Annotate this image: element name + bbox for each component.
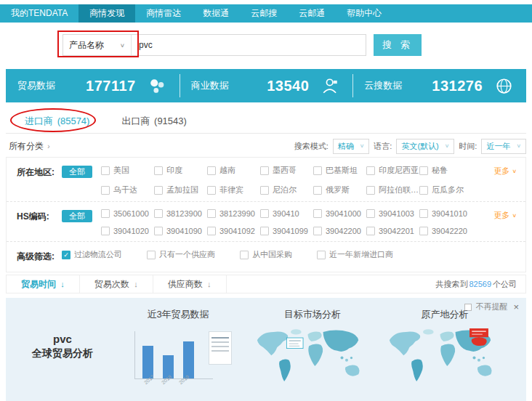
close-icon[interactable]: × [513, 301, 519, 312]
advanced-filter-label: 高级筛选: [17, 249, 62, 263]
region-checkbox[interactable]: 孟加拉国 [154, 185, 207, 195]
nav-item-business-discovery[interactable]: 商情发现 [78, 4, 135, 23]
nav-item-cloud-mail-pass[interactable]: 云邮通 [288, 4, 336, 23]
checkbox-icon [240, 251, 249, 259]
stat-label: 商业数据 [191, 79, 229, 92]
tab-importers[interactable]: 进口商 (85574) [25, 115, 89, 128]
card-target-market-analysis[interactable]: 目标市场分析 [251, 308, 374, 392]
tab-count: (91543) [154, 116, 187, 126]
checkbox-icon [260, 166, 269, 175]
region-checkbox[interactable]: 巴基斯坦 [313, 165, 366, 176]
search-mode-select[interactable]: 精确 ∨ [333, 139, 370, 154]
stat-trade-data[interactable]: 贸易数据 177117 [6, 69, 180, 102]
search-result-summary: 共搜索到82569个公司 [435, 279, 525, 290]
card-3year-trade-data[interactable]: 近3年贸易数据 201720182019 [116, 308, 240, 386]
importer-exporter-tabs: 进口商 (85574) 出口商 (91543) [6, 109, 526, 134]
stat-cloud-search-data[interactable]: 云搜数据 131276 [352, 69, 526, 102]
nav-item-data-pass[interactable]: 数据通 [192, 4, 240, 23]
search-input[interactable] [132, 40, 366, 50]
sort-trade-count[interactable]: 贸易次数 ↓ [80, 275, 153, 293]
region-checkbox[interactable]: 越南 [207, 165, 260, 176]
x-tick-label: 2019 [178, 381, 181, 385]
region-checkbox[interactable]: 菲律宾 [207, 185, 260, 195]
advanced-checkbox-new-importers[interactable]: 近一年新增进口商 [317, 249, 393, 260]
tab-label: 进口商 [25, 116, 53, 126]
stat-business-data[interactable]: 商业数据 13540 [180, 69, 353, 102]
stat-value: 177117 [86, 78, 136, 94]
hscode-more-link[interactable]: 更多 ∨ [493, 210, 517, 221]
search-button[interactable]: 搜 索 [374, 34, 422, 56]
region-checkbox[interactable]: 印度尼西亚 [366, 165, 419, 176]
target-market-map [251, 327, 374, 392]
checkbox-icon [313, 186, 322, 195]
origin-map [383, 327, 507, 392]
hscode-checkbox[interactable]: 39041092 [207, 227, 260, 235]
hscode-checkbox[interactable]: 39042200 [313, 227, 366, 235]
stat-label: 贸易数据 [17, 79, 55, 92]
hscode-checkbox[interactable]: 38123900 [154, 209, 207, 218]
hscode-checkbox[interactable]: 39042220 [419, 227, 472, 235]
region-checkbox[interactable]: 墨西哥 [260, 165, 313, 176]
region-checkbox[interactable]: 美国 [101, 165, 154, 176]
checkbox-icon [207, 166, 216, 175]
hscode-checkbox[interactable]: 390410 [260, 209, 313, 218]
checkbox-icon [419, 186, 428, 195]
hscode-checkbox[interactable]: 39041000 [313, 209, 366, 218]
advanced-checkbox-buy-from-china[interactable]: 从中国采购 [240, 249, 292, 260]
time-select[interactable]: 近一年 ∨ [481, 139, 526, 154]
region-checkbox[interactable]: 尼泊尔 [260, 185, 313, 195]
checkbox-icon [260, 186, 269, 195]
sort-down-icon: ↓ [134, 280, 138, 288]
checkbox-icon [154, 186, 163, 195]
nav-item-help-center[interactable]: 帮助中心 [336, 4, 392, 23]
sort-bar: 贸易时间 ↓ 贸易次数 ↓ 供应商数 ↓ 共搜索到82569个公司 [6, 275, 526, 293]
card-origin-analysis[interactable]: 原产地分析 [383, 308, 507, 392]
hscode-checkbox[interactable]: 39042201 [366, 227, 419, 235]
hscode-checkbox[interactable]: 39041003 [366, 209, 419, 218]
language-select[interactable]: 英文(默认) ∨ [396, 139, 454, 154]
sort-supplier-count[interactable]: 供应商数 ↓ [153, 275, 227, 293]
checkbox-icon [207, 227, 216, 235]
tab-count: (85574) [57, 116, 90, 126]
region-checkbox[interactable]: 阿拉伯联合酋... [366, 185, 419, 195]
checkbox-icon [101, 227, 110, 235]
region-checkbox[interactable]: 俄罗斯 [313, 185, 366, 195]
region-all-button[interactable]: 全部 [62, 166, 92, 178]
filter-row-region: 所在地区: 全部 美国 印度 越南 墨西哥 巴基斯坦 印度尼西亚 秘鲁 乌干达 … [7, 158, 525, 201]
hscode-all-button[interactable]: 全部 [62, 210, 92, 222]
trade-bar-chart: 201720182019 [127, 331, 229, 386]
search-category-dropdown[interactable]: 产品名称 ∨ [63, 35, 132, 55]
hscode-checkbox[interactable]: 39041090 [154, 227, 207, 235]
hscode-checkbox[interactable]: 39041010 [419, 209, 472, 218]
bar-chart-xlabels: 201720182019 [143, 381, 229, 386]
bar-chart-plot [134, 331, 213, 379]
advanced-options: ✓ 过滤物流公司 只有一个供应商 从中国采购 近一年新增进口商 [62, 249, 515, 260]
filter-row-hscode: HS编码: 全部 35061000 38123900 38123990 3904… [7, 201, 525, 241]
stat-value: 13540 [267, 78, 309, 94]
region-checkbox[interactable]: 乌干达 [101, 185, 154, 195]
hscode-checkbox[interactable]: 39041020 [101, 227, 154, 235]
tab-exporters[interactable]: 出口商 (91543) [121, 115, 186, 128]
region-checkbox[interactable]: 厄瓜多尔 [419, 185, 472, 195]
sort-trade-time[interactable]: 贸易时间 ↓ [7, 275, 80, 293]
nav-item-cloud-mail-search[interactable]: 云邮搜 [240, 4, 288, 23]
checkbox-icon [147, 251, 156, 259]
hscode-checkbox[interactable]: 38123990 [207, 209, 260, 218]
all-categories-link[interactable]: 所有分类 › [9, 140, 50, 153]
checkbox-icon [313, 227, 322, 235]
analysis-title-caption: 全球贸易分析 [17, 347, 108, 360]
hscode-checkbox[interactable]: 39041099 [260, 227, 313, 235]
checkbox-icon [313, 166, 322, 175]
advanced-checkbox-single-supplier[interactable]: 只有一个供应商 [147, 249, 215, 260]
nav-item-my-tendata[interactable]: 我的TENDATA [0, 4, 78, 23]
advanced-checkbox-filter-logistics[interactable]: ✓ 过滤物流公司 [62, 249, 122, 260]
checkbox-icon [260, 209, 269, 218]
region-more-link[interactable]: 更多 ∨ [493, 166, 517, 177]
hscode-checkbox[interactable]: 35061000 [101, 209, 154, 218]
chevron-down-icon: ∨ [512, 213, 517, 219]
region-checkbox[interactable]: 印度 [154, 165, 207, 176]
result-count-link[interactable]: 82569 [469, 280, 491, 288]
nav-item-business-radar[interactable]: 商情雷达 [135, 4, 192, 23]
region-checkbox[interactable]: 秘鲁 [419, 165, 472, 176]
analysis-title-keyword: pvc [17, 333, 108, 345]
